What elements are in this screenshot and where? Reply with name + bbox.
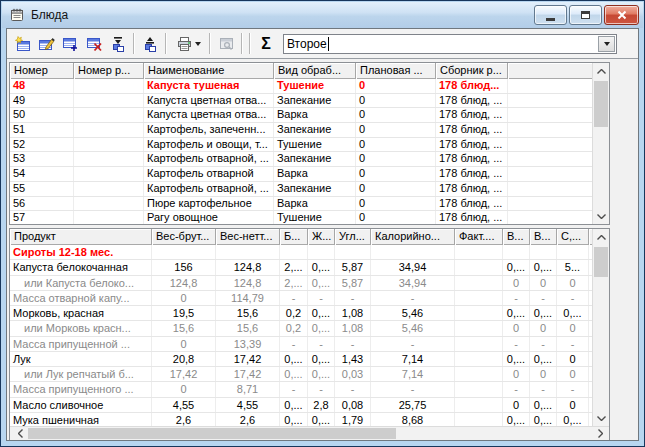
move-up-button[interactable] xyxy=(138,33,162,55)
combobox-dropdown-button[interactable] xyxy=(598,36,615,52)
cell: 0,... xyxy=(308,413,335,426)
table-row[interactable]: Сироты 12-18 мес. xyxy=(10,245,592,260)
add-record-button[interactable] xyxy=(58,33,82,55)
new-record-button[interactable] xyxy=(10,33,34,55)
table-row[interactable]: 51Картофель, запеченн...Запекание0178 бл… xyxy=(10,123,592,138)
cell: 0 xyxy=(530,276,557,290)
edit-record-button[interactable] xyxy=(34,33,58,55)
sum-button[interactable]: Σ xyxy=(254,33,278,55)
cell: 54 xyxy=(10,167,74,181)
cell: Картофель отварной, ... xyxy=(144,182,274,196)
table-row[interactable]: 57Рагу овощноеТушение0178 блюд, ... xyxy=(10,211,592,224)
table-row[interactable]: 52Картофель и овощи, т...Тушение0178 блю… xyxy=(10,138,592,153)
minimize-button[interactable] xyxy=(534,5,567,25)
column-header[interactable]: В... xyxy=(530,229,557,245)
horizontal-scrollbar[interactable] xyxy=(10,426,609,440)
cell: - xyxy=(530,337,557,351)
cell: 0 xyxy=(557,352,589,366)
cell: 178 блюд, ... xyxy=(436,211,508,224)
column-header[interactable]: Плановая ... xyxy=(356,63,436,79)
column-header[interactable]: Вес-нетт... xyxy=(216,229,280,245)
cell: 0 xyxy=(356,94,436,108)
cell: 0,08 xyxy=(335,398,371,412)
table-row[interactable]: 48Капуста тушенаяТушение0178 блюд... xyxy=(10,79,592,94)
cell: 178 блюд, ... xyxy=(436,182,508,196)
column-header[interactable]: Ж... xyxy=(308,229,335,245)
cell: 2,6 xyxy=(152,413,216,426)
scroll-up-button[interactable] xyxy=(593,63,609,79)
new-record-icon xyxy=(13,36,31,52)
column-header[interactable]: С,... xyxy=(557,229,589,245)
vertical-scrollbar[interactable] xyxy=(592,229,609,426)
table-row[interactable]: Масса отварной капу...0114,79------- xyxy=(10,291,592,306)
cell: 20,8 xyxy=(152,352,216,366)
table-row[interactable]: Капуста белокочанная156124,82,...0,...5,… xyxy=(10,260,592,275)
cell: 4,55 xyxy=(216,398,280,412)
cell: - xyxy=(503,291,530,305)
table-row[interactable]: 53Картофель отварной, ...Запекание0178 б… xyxy=(10,152,592,167)
column-header[interactable]: Вес-брут... xyxy=(152,229,216,245)
scroll-up-button[interactable] xyxy=(593,229,609,245)
close-button[interactable] xyxy=(604,5,639,25)
table-row[interactable]: 56Пюре картофельноеВарка0178 блюд, ... xyxy=(10,197,592,212)
print-menu-arrow-icon[interactable] xyxy=(195,42,201,46)
column-header[interactable]: Сборник р... xyxy=(436,63,508,79)
cell xyxy=(74,197,144,211)
maximize-button[interactable] xyxy=(569,5,602,25)
column-header[interactable]: Продукт xyxy=(10,229,152,245)
table-row[interactable]: Масса припущенного ...08,71------- xyxy=(10,382,592,397)
table-row[interactable]: Лук20,817,420,...0,...1,437,140,...0,...… xyxy=(10,352,592,367)
cell: 19,5 xyxy=(152,306,216,320)
scroll-right-button[interactable] xyxy=(592,427,608,440)
cell: 0,... xyxy=(308,321,335,335)
cell: 8,68 xyxy=(371,413,455,426)
preview-button-disabled[interactable] xyxy=(214,33,238,55)
table-row[interactable]: 50Капуста цветная отва...Варка0178 блюд,… xyxy=(10,108,592,123)
cell: 34,94 xyxy=(371,276,455,290)
column-header[interactable]: Номер xyxy=(10,63,74,79)
table-row[interactable]: 49Капуста цветная отва...Запекание0178 б… xyxy=(10,94,592,109)
scrollbar-thumb[interactable] xyxy=(594,247,608,277)
print-button[interactable] xyxy=(170,33,206,55)
table-row[interactable]: Масло сливочное4,554,550,...2,80,0825,75… xyxy=(10,398,592,413)
vertical-scrollbar[interactable] xyxy=(592,63,609,224)
table-row[interactable]: 55Картофель отварной, ...Запекание0178 б… xyxy=(10,182,592,197)
cell: 0,2 xyxy=(280,321,308,335)
title-bar[interactable]: Блюда xyxy=(2,2,643,28)
text-caret xyxy=(328,37,329,51)
move-down-button[interactable] xyxy=(106,33,130,55)
category-combobox-value[interactable]: Второе xyxy=(287,37,327,51)
column-header[interactable]: Б... xyxy=(280,229,308,245)
cell: - xyxy=(308,337,335,351)
column-header[interactable]: Калорийно... xyxy=(371,229,455,245)
category-combobox[interactable]: Второе xyxy=(283,34,617,54)
column-header[interactable]: В... xyxy=(503,229,530,245)
table-row[interactable]: или Лук репчатый б...17,4217,420,...0,..… xyxy=(10,367,592,382)
scrollbar-thumb[interactable] xyxy=(28,428,396,439)
table-row[interactable]: Мука пшеничная2,62,60,...0,...1,798,680,… xyxy=(10,413,592,426)
delete-record-button[interactable] xyxy=(82,33,106,55)
table-row[interactable]: Масса припущенной ...013,39------- xyxy=(10,337,592,352)
column-header[interactable]: Вид обраб... xyxy=(274,63,356,79)
column-header[interactable]: Номер р... xyxy=(74,63,144,79)
table-row[interactable]: 54Картофель отварнойВарка0178 блюд, ... xyxy=(10,167,592,182)
scroll-down-button[interactable] xyxy=(593,410,609,426)
scroll-down-button[interactable] xyxy=(593,208,609,224)
scrollbar-thumb[interactable] xyxy=(594,81,608,127)
toolbar: Σ Второе xyxy=(7,29,638,59)
cell: Пюре картофельное xyxy=(144,197,274,211)
table-row[interactable]: или Морковь красн...15,615,60,20,...1,08… xyxy=(10,321,592,336)
scroll-left-button[interactable] xyxy=(12,427,28,440)
column-header[interactable]: Угл... xyxy=(335,229,371,245)
column-header[interactable]: Факт.... xyxy=(455,229,503,245)
cell: 4,55 xyxy=(152,398,216,412)
table-row[interactable]: Морковь, красная19,515,60,20,...1,085,46… xyxy=(10,306,592,321)
cell: 50 xyxy=(10,108,74,122)
table-row[interactable]: или Капуста белоко...124,8124,82,...0,..… xyxy=(10,276,592,291)
dishes-app-icon xyxy=(9,7,25,23)
chevron-down-icon xyxy=(604,42,610,46)
cell: Масса припущенной ... xyxy=(10,337,152,351)
column-header[interactable]: Наименование xyxy=(144,63,274,79)
cell: - xyxy=(530,291,557,305)
cell: 1,08 xyxy=(335,306,371,320)
